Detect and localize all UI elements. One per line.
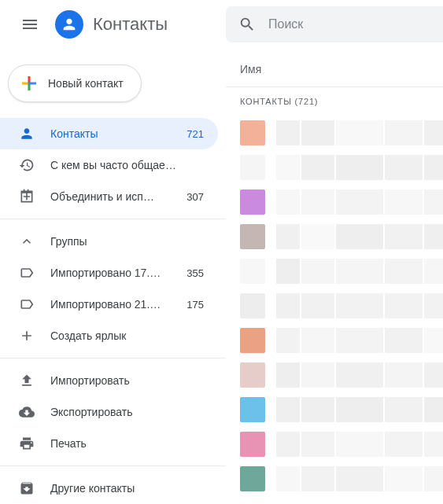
- archive-icon: [19, 480, 35, 496]
- app-logo: [55, 10, 83, 39]
- history-icon: [19, 157, 35, 173]
- search-icon: [238, 16, 256, 33]
- contact-row[interactable]: [226, 323, 443, 358]
- menu-button[interactable]: [11, 6, 49, 43]
- download-cloud-icon: [19, 404, 35, 420]
- sidebar-item-label: Группы: [50, 235, 204, 248]
- sidebar-item-label: Импортировать: [50, 374, 204, 387]
- label-icon: [19, 296, 35, 312]
- contact-name-redacted: [276, 328, 443, 353]
- app-title: Контакты: [93, 14, 168, 35]
- divider: [0, 465, 226, 466]
- contact-row[interactable]: [226, 185, 443, 219]
- chevron-up-icon: [19, 234, 35, 249]
- contact-name-redacted: [276, 120, 443, 145]
- contact-row[interactable]: [226, 358, 443, 392]
- new-contact-button[interactable]: Новый контакт: [8, 64, 142, 102]
- sidebar-item-count: 721: [186, 128, 204, 140]
- header: Контакты: [0, 0, 226, 49]
- contact-name-redacted: [276, 466, 443, 491]
- sidebar-item-label: Другие контакты: [50, 482, 204, 495]
- label-icon: [19, 265, 35, 281]
- contact-avatar: [240, 432, 265, 457]
- sidebar-item-io-0[interactable]: Импортировать: [0, 365, 218, 396]
- sidebar-item-group-1[interactable]: Импортировано 21.…175: [0, 289, 218, 320]
- sidebar-item-io-2[interactable]: Печать: [0, 428, 218, 459]
- column-header-name: Имя: [226, 42, 443, 86]
- svg-rect-0: [28, 76, 31, 83]
- contact-list: [226, 116, 443, 496]
- plus-icon: [19, 328, 35, 344]
- sidebar-item-main-1[interactable]: С кем вы часто общае…: [0, 149, 218, 181]
- contact-row[interactable]: [226, 289, 443, 323]
- hamburger-icon: [20, 15, 39, 34]
- contact-row[interactable]: [226, 392, 443, 427]
- contact-avatar: [240, 397, 265, 422]
- divider: [0, 358, 226, 359]
- contact-avatar: [240, 293, 265, 318]
- sidebar-item-label: Объединить и исп…: [50, 190, 171, 203]
- sidebar-item-label: С кем вы часто общае…: [50, 159, 204, 171]
- contact-avatar: [240, 362, 265, 388]
- contact-name-redacted: [276, 189, 443, 215]
- divider: [0, 219, 226, 219]
- sidebar-item-group-2[interactable]: Создать ярлык: [0, 320, 218, 351]
- contact-row[interactable]: [226, 462, 443, 496]
- contact-row[interactable]: [226, 254, 443, 289]
- contact-name-redacted: [276, 432, 443, 457]
- contact-name-redacted: [276, 362, 443, 388]
- plus-multicolor-icon: [20, 74, 39, 93]
- contact-row[interactable]: [226, 219, 443, 254]
- sidebar-item-group-0[interactable]: Импортировано 17.…355: [0, 257, 218, 289]
- contact-avatar: [240, 120, 265, 145]
- sidebar: Контакты Новый контакт Контакты721С кем …: [0, 0, 226, 504]
- svg-rect-3: [30, 83, 36, 85]
- contact-avatar: [240, 189, 265, 215]
- sidebar-item-label: Экспортировать: [50, 406, 204, 418]
- contact-name-redacted: [276, 293, 443, 318]
- sidebar-item-count: 355: [186, 267, 204, 279]
- person-icon: [61, 16, 78, 33]
- merge-icon: [19, 189, 35, 204]
- sidebar-item-count: 175: [186, 299, 204, 311]
- sidebar-item-io-1[interactable]: Экспортировать: [0, 396, 218, 428]
- contact-name-redacted: [276, 224, 443, 249]
- contact-name-redacted: [276, 259, 443, 284]
- sidebar-item-label: Контакты: [50, 127, 171, 140]
- sidebar-item-main-2[interactable]: Объединить и исп…307: [0, 181, 218, 212]
- contact-avatar: [240, 328, 265, 353]
- search-input[interactable]: [268, 17, 443, 31]
- sidebar-item-label: Создать ярлык: [50, 329, 204, 342]
- svg-rect-4: [28, 83, 31, 85]
- contact-avatar: [240, 224, 265, 249]
- contact-avatar: [240, 155, 265, 180]
- contact-name-redacted: [276, 155, 443, 180]
- sidebar-item-groups-header-0[interactable]: Группы: [0, 226, 218, 257]
- sidebar-item-other-0[interactable]: Другие контакты: [0, 473, 218, 504]
- contacts-section-header: КОНТАКТЫ (721): [226, 86, 443, 116]
- svg-rect-1: [28, 84, 31, 90]
- contact-avatar: [240, 259, 265, 284]
- contact-row[interactable]: [226, 150, 443, 185]
- sidebar-item-count: 307: [186, 191, 204, 203]
- sidebar-item-label: Печать: [50, 437, 204, 450]
- print-icon: [19, 436, 35, 451]
- sidebar-item-label: Импортировано 17.…: [50, 267, 171, 279]
- contact-avatar: [240, 466, 265, 491]
- sidebar-item-main-0[interactable]: Контакты721: [0, 118, 218, 149]
- new-contact-label: Новый контакт: [48, 77, 124, 90]
- contact-row[interactable]: [226, 116, 443, 150]
- upload-icon: [19, 373, 35, 388]
- main-content: Имя КОНТАКТЫ (721): [226, 0, 443, 504]
- person-icon: [19, 126, 35, 142]
- svg-rect-2: [22, 83, 28, 85]
- contact-row[interactable]: [226, 427, 443, 462]
- search-box[interactable]: [226, 6, 443, 42]
- contact-name-redacted: [276, 397, 443, 422]
- sidebar-item-label: Импортировано 21.…: [50, 298, 171, 311]
